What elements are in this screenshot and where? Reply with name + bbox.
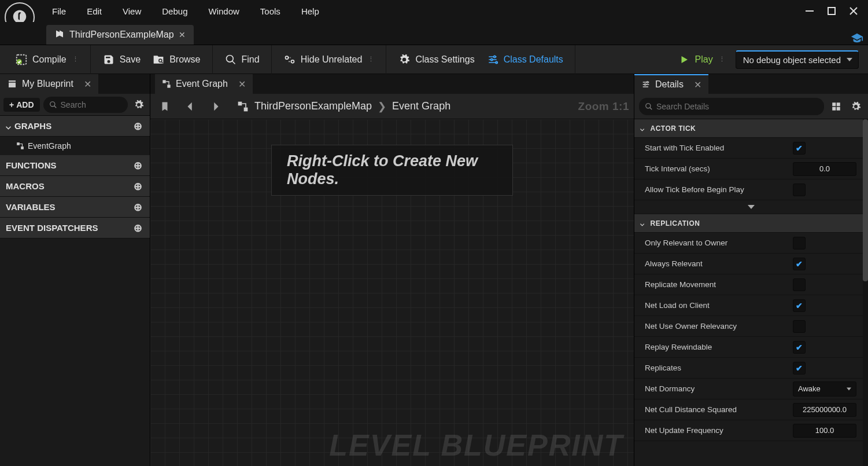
menu-debug[interactable]: Debug [152, 3, 198, 20]
add-variable-button[interactable]: ⊕ [131, 201, 144, 214]
prop-label: Net Use Owner Relevancy [645, 322, 793, 331]
graph-watermark: LEVEL BLUEPRINT [329, 428, 623, 463]
dropdown-net-dormancy[interactable]: Awake [793, 381, 856, 397]
checkbox-net-use-owner[interactable] [793, 320, 806, 333]
nav-forward-button[interactable] [206, 97, 226, 116]
expand-actor-tick[interactable] [634, 200, 868, 214]
details-grid-button[interactable] [829, 99, 844, 114]
graph-item-label: EventGraph [28, 141, 71, 151]
checkbox-allow-before-begin[interactable] [793, 184, 806, 196]
graph-item-eventgraph[interactable]: EventGraph [0, 137, 150, 155]
add-macro-button[interactable]: ⊕ [131, 180, 144, 193]
svg-point-8 [493, 56, 495, 57]
details-search[interactable] [639, 98, 824, 115]
svg-point-10 [496, 61, 497, 63]
checkbox-always-relevant[interactable] [793, 258, 806, 270]
category-replication[interactable]: ⌵ REPLICATION [634, 214, 868, 233]
document-tab[interactable]: ThirdPersonExampleMap ✕ [46, 25, 194, 45]
tutorial-icon[interactable] [851, 32, 863, 45]
menu-tools[interactable]: Tools [250, 3, 291, 20]
section-functions[interactable]: FUNCTIONS ⊕ [0, 155, 150, 176]
find-button[interactable]: Find [219, 50, 265, 69]
play-label: Play [695, 54, 713, 65]
input-tick-interval[interactable] [793, 162, 856, 176]
browse-button[interactable]: Browse [146, 50, 206, 69]
section-variables-label: VARIABLES [6, 202, 56, 212]
class-defaults-button[interactable]: Class Defaults [481, 50, 569, 69]
add-graph-button[interactable]: ⊕ [131, 120, 144, 133]
category-actor-tick-label: ACTOR TICK [651, 124, 696, 133]
chevron-down-icon[interactable]: ⋮ [72, 56, 79, 63]
close-icon[interactable]: ✕ [179, 30, 186, 39]
window-minimize-button[interactable] [799, 2, 821, 20]
compile-button[interactable]: Compile ⋮ [9, 50, 84, 69]
prop-always-relevant: Always Relevant [634, 254, 868, 274]
prop-label: Replay Rewindable [645, 343, 793, 351]
compile-icon [15, 53, 28, 66]
checkbox-only-relevant-owner[interactable] [793, 237, 806, 249]
my-blueprint-tab[interactable]: My Blueprint ✕ [0, 74, 98, 94]
prop-label: Net Cull Distance Squared [645, 405, 793, 414]
hide-unrelated-button[interactable]: Hide Unrelated ⋮ [278, 50, 381, 69]
prop-replay-rewindable: Replay Rewindable [634, 337, 868, 358]
input-net-update-freq[interactable] [793, 424, 856, 438]
menu-view[interactable]: View [112, 3, 152, 20]
checkbox-start-tick[interactable] [793, 142, 806, 155]
checkbox-replay-rewindable[interactable] [793, 341, 806, 354]
blueprint-settings-button[interactable] [131, 97, 146, 112]
event-graph-tab[interactable]: Event Graph ✕ [155, 74, 253, 94]
chevron-down-icon[interactable]: ⋮ [368, 56, 374, 63]
checkbox-replicate-movement[interactable] [793, 278, 806, 291]
prop-net-load-client: Net Load on Client [634, 295, 868, 316]
chevron-down-icon[interactable]: ⋮ [719, 56, 725, 63]
prop-net-dormancy: Net Dormancy Awake [634, 379, 868, 399]
close-icon[interactable]: ✕ [694, 79, 701, 90]
debug-object-dropdown[interactable]: No debug object selected [736, 50, 859, 69]
scrollbar-thumb[interactable] [863, 119, 868, 281]
input-net-cull-dist[interactable] [793, 403, 856, 417]
svg-rect-22 [837, 102, 840, 106]
graph-hint: Right-Click to Create New Nodes. [271, 145, 513, 196]
breadcrumb-leaf[interactable]: Event Graph [392, 100, 450, 112]
details-scrollbar[interactable] [863, 119, 868, 466]
category-actor-tick[interactable]: ⌵ ACTOR TICK [634, 119, 868, 138]
menu-file[interactable]: File [42, 3, 76, 20]
breadcrumb-root[interactable]: ThirdPersonExampleMap [254, 100, 372, 112]
section-graphs[interactable]: ⌵GRAPHS ⊕ [0, 116, 150, 137]
main-toolbar: Compile ⋮ Save Browse Find Hide Unrelate… [0, 45, 868, 74]
close-icon[interactable]: ✕ [84, 79, 91, 90]
window-maximize-button[interactable] [821, 2, 843, 20]
add-function-button[interactable]: ⊕ [131, 159, 144, 172]
prop-label: Net Update Frequency [645, 426, 793, 435]
blueprint-search-input[interactable] [61, 100, 122, 109]
prop-allow-before-begin: Allow Tick Before Begin Play [634, 179, 868, 200]
checkbox-replicates[interactable] [793, 362, 806, 375]
section-event-dispatchers[interactable]: EVENT DISPATCHERS ⊕ [0, 218, 150, 238]
add-dispatcher-button[interactable]: ⊕ [131, 222, 144, 234]
nav-back-button[interactable] [180, 97, 200, 116]
prop-label: Always Relevant [645, 259, 793, 268]
save-button[interactable]: Save [97, 50, 146, 69]
play-button[interactable]: Play ⋮ [672, 50, 731, 69]
details-settings-button[interactable] [848, 99, 863, 114]
blueprint-search[interactable] [43, 97, 128, 113]
class-settings-button[interactable]: Class Settings [392, 50, 480, 69]
window-close-button[interactable] [843, 2, 865, 20]
add-button[interactable]: + ADD [3, 98, 40, 112]
menu-edit[interactable]: Edit [76, 3, 112, 20]
svg-rect-24 [837, 107, 840, 110]
close-icon[interactable]: ✕ [238, 79, 246, 90]
sliders-icon [641, 80, 651, 89]
bookmark-button[interactable] [155, 97, 175, 116]
save-label: Save [120, 54, 141, 65]
section-macros[interactable]: MACROS ⊕ [0, 176, 150, 197]
menu-help[interactable]: Help [291, 3, 330, 20]
section-variables[interactable]: VARIABLES ⊕ [0, 197, 150, 218]
graph-canvas[interactable]: Right-Click to Create New Nodes. LEVEL B… [150, 119, 634, 466]
checkbox-net-load-client[interactable] [793, 299, 806, 312]
details-tab[interactable]: Details ✕ [634, 74, 708, 94]
svg-point-9 [490, 58, 492, 60]
details-search-input[interactable] [656, 102, 818, 111]
menu-window[interactable]: Window [198, 3, 249, 20]
hide-unrelated-icon [283, 53, 296, 66]
